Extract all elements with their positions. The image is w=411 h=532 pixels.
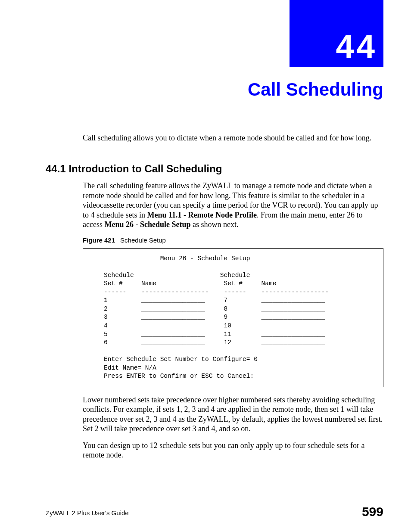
chapter-intro-block: Call scheduling allows you to dictate wh… bbox=[83, 134, 383, 163]
chapter-intro-text: Call scheduling allows you to dictate wh… bbox=[83, 134, 383, 143]
figure-title: Schedule Setup bbox=[120, 236, 166, 244]
footer-guide-title: ZyWALL 2 Plus User's Guide bbox=[46, 509, 129, 516]
figure-caption: Figure 421Schedule Setup bbox=[83, 236, 383, 244]
para1-bold-2: Menu 26 - Schedule Setup bbox=[104, 220, 190, 229]
section-heading: 44.1 Introduction to Call Scheduling bbox=[46, 163, 222, 175]
figure-label: Figure 421 bbox=[83, 236, 115, 244]
footer-page-number: 599 bbox=[362, 504, 383, 519]
section-para-2: Lower numbered sets take precedence over… bbox=[83, 395, 383, 434]
terminal-screenshot: Menu 26 - Schedule Setup Schedule Schedu… bbox=[83, 248, 383, 387]
section-para-1: The call scheduling feature allows the Z… bbox=[83, 181, 383, 230]
page: 44 Call Scheduling Call scheduling allow… bbox=[0, 0, 411, 532]
chapter-title: Call Scheduling bbox=[248, 79, 383, 100]
section-body: The call scheduling feature allows the Z… bbox=[83, 181, 383, 467]
para1-bold-1: Menu 11.1 - Remote Node Profile bbox=[147, 211, 257, 219]
chapter-number-box: 44 bbox=[290, 0, 383, 67]
section-para-3: You can design up to 12 schedule sets bu… bbox=[83, 441, 383, 460]
chapter-number: 44 bbox=[336, 28, 377, 65]
para1-text-c: as shown next. bbox=[191, 220, 239, 229]
